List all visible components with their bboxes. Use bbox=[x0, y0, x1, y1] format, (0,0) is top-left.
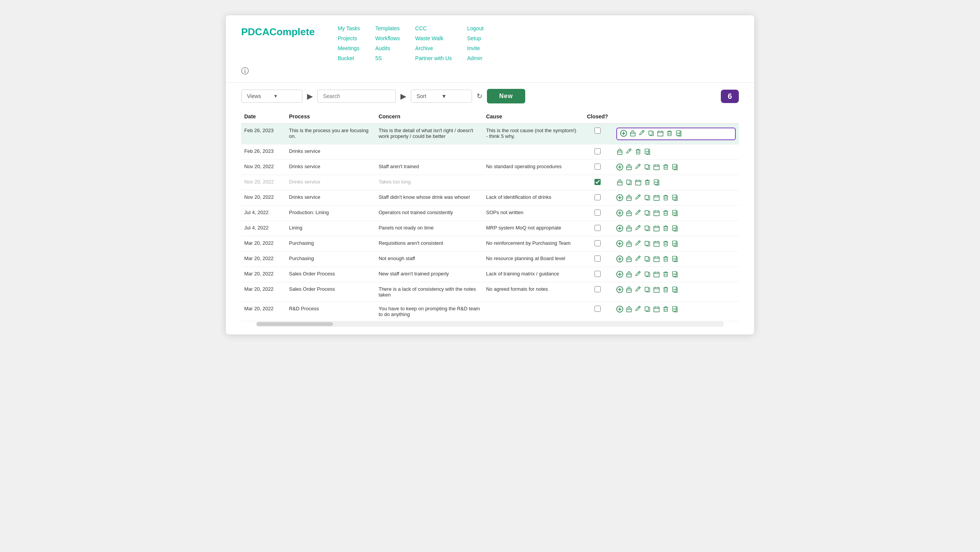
search-play-button[interactable]: ▶ bbox=[400, 92, 406, 101]
pdf-icon[interactable]: PDF bbox=[671, 271, 678, 278]
closed-checkbox[interactable] bbox=[595, 148, 601, 154]
nav-meetings[interactable]: Meetings bbox=[338, 44, 360, 52]
search-input[interactable] bbox=[317, 90, 396, 103]
pdf-icon[interactable]: PDF bbox=[671, 286, 678, 293]
nav-templates[interactable]: Templates bbox=[375, 25, 400, 32]
cal-icon[interactable] bbox=[653, 271, 660, 278]
plus-icon[interactable] bbox=[616, 306, 623, 313]
closed-checkbox[interactable] bbox=[595, 286, 601, 292]
plus-icon[interactable] bbox=[616, 286, 623, 293]
pdf-icon[interactable]: PDF bbox=[671, 194, 678, 201]
closed-checkbox[interactable] bbox=[595, 210, 601, 216]
cal-icon[interactable] bbox=[653, 240, 660, 247]
nav-archive[interactable]: Archive bbox=[415, 44, 452, 52]
brief-icon[interactable] bbox=[626, 164, 632, 170]
del-icon[interactable] bbox=[662, 306, 669, 313]
del-icon[interactable] bbox=[662, 286, 669, 293]
edit-icon[interactable] bbox=[635, 256, 642, 262]
cal-icon[interactable] bbox=[653, 286, 660, 293]
pdf-icon[interactable]: PDF bbox=[671, 256, 678, 262]
del-icon[interactable] bbox=[644, 179, 651, 186]
nav-audits[interactable]: Audits bbox=[375, 44, 400, 52]
nav-partner-with-us[interactable]: Partner with Us bbox=[415, 54, 452, 62]
plus-icon[interactable] bbox=[616, 240, 623, 247]
new-button[interactable]: New bbox=[487, 89, 525, 103]
copy-icon[interactable] bbox=[644, 306, 651, 313]
nav-bucket[interactable]: Bucket bbox=[338, 54, 360, 62]
cal-icon[interactable] bbox=[653, 256, 660, 262]
closed-checkbox[interactable] bbox=[595, 306, 601, 312]
nav-admin[interactable]: Admin bbox=[467, 54, 483, 62]
copy-icon[interactable] bbox=[648, 130, 655, 138]
info-icon[interactable]: ⓘ bbox=[241, 66, 739, 76]
pdf-icon[interactable]: PDF bbox=[671, 210, 678, 216]
copy-icon[interactable] bbox=[644, 225, 651, 232]
pdf-icon[interactable]: PDF bbox=[671, 306, 678, 313]
plus-icon[interactable] bbox=[616, 256, 623, 262]
nav-my-tasks[interactable]: My Tasks bbox=[338, 25, 360, 32]
nav-logout[interactable]: Logout bbox=[467, 25, 483, 32]
brief-icon[interactable] bbox=[616, 148, 623, 155]
edit-icon[interactable] bbox=[635, 194, 642, 201]
nav-workflows[interactable]: Workflows bbox=[375, 34, 400, 42]
edit-icon[interactable] bbox=[635, 306, 642, 313]
brief-icon[interactable] bbox=[616, 179, 623, 186]
scrollbar-thumb[interactable] bbox=[256, 322, 333, 326]
copy-icon[interactable] bbox=[644, 271, 651, 278]
nav-waste-walk[interactable]: Waste Walk bbox=[415, 34, 452, 42]
del-icon[interactable] bbox=[662, 271, 669, 278]
brief-icon[interactable] bbox=[626, 271, 632, 278]
cal-icon[interactable] bbox=[635, 179, 642, 186]
edit-icon[interactable] bbox=[635, 240, 642, 247]
copy-icon[interactable] bbox=[644, 194, 651, 201]
nav-5s[interactable]: 5S bbox=[375, 54, 400, 62]
closed-checkbox[interactable] bbox=[595, 225, 601, 231]
copy-icon[interactable] bbox=[644, 164, 651, 170]
pdf-icon[interactable]: PDF bbox=[671, 240, 678, 247]
cal-icon[interactable] bbox=[653, 225, 660, 232]
edit-icon[interactable] bbox=[635, 271, 642, 278]
plus-icon[interactable] bbox=[616, 271, 623, 278]
closed-checkbox[interactable] bbox=[595, 179, 601, 185]
copy-icon[interactable] bbox=[644, 286, 651, 293]
copy-icon[interactable] bbox=[626, 179, 632, 186]
del-icon[interactable] bbox=[662, 256, 669, 262]
plus-icon[interactable] bbox=[616, 210, 623, 216]
horizontal-scrollbar[interactable] bbox=[256, 321, 724, 327]
nav-setup[interactable]: Setup bbox=[467, 34, 483, 42]
brief-icon[interactable] bbox=[626, 194, 632, 201]
del-icon[interactable] bbox=[662, 240, 669, 247]
brief-icon[interactable] bbox=[626, 210, 632, 216]
cal-icon[interactable] bbox=[653, 164, 660, 170]
closed-checkbox[interactable] bbox=[595, 271, 601, 277]
closed-checkbox[interactable] bbox=[595, 240, 601, 246]
del-icon[interactable] bbox=[662, 210, 669, 216]
closed-checkbox[interactable] bbox=[595, 128, 601, 134]
edit-icon[interactable] bbox=[635, 225, 642, 232]
plus-icon[interactable] bbox=[616, 194, 623, 201]
brief-icon[interactable] bbox=[626, 306, 632, 313]
copy-icon[interactable] bbox=[644, 256, 651, 262]
pdf-icon[interactable]: PDF bbox=[671, 225, 678, 232]
del-icon[interactable] bbox=[662, 164, 669, 170]
cal-icon[interactable] bbox=[653, 306, 660, 313]
cal-icon[interactable] bbox=[653, 210, 660, 216]
closed-checkbox[interactable] bbox=[595, 194, 601, 200]
edit-icon[interactable] bbox=[639, 130, 645, 138]
nav-projects[interactable]: Projects bbox=[338, 34, 360, 42]
brief-icon[interactable] bbox=[626, 225, 632, 232]
pdf-icon[interactable]: PDF bbox=[644, 148, 651, 155]
del-icon[interactable] bbox=[662, 194, 669, 201]
plus-icon[interactable] bbox=[616, 164, 623, 170]
del-icon[interactable] bbox=[666, 130, 673, 138]
sort-dropdown[interactable]: Sort ▼ bbox=[411, 90, 472, 103]
brief-icon[interactable] bbox=[626, 256, 632, 262]
del-icon[interactable] bbox=[662, 225, 669, 232]
nav-invite[interactable]: Invite bbox=[467, 44, 483, 52]
brief-icon[interactable] bbox=[626, 286, 632, 293]
edit-icon[interactable] bbox=[635, 210, 642, 216]
cal-icon[interactable] bbox=[653, 194, 660, 201]
closed-checkbox[interactable] bbox=[595, 164, 601, 170]
nav-ccc[interactable]: CCC bbox=[415, 25, 452, 32]
edit-icon[interactable] bbox=[635, 164, 642, 170]
